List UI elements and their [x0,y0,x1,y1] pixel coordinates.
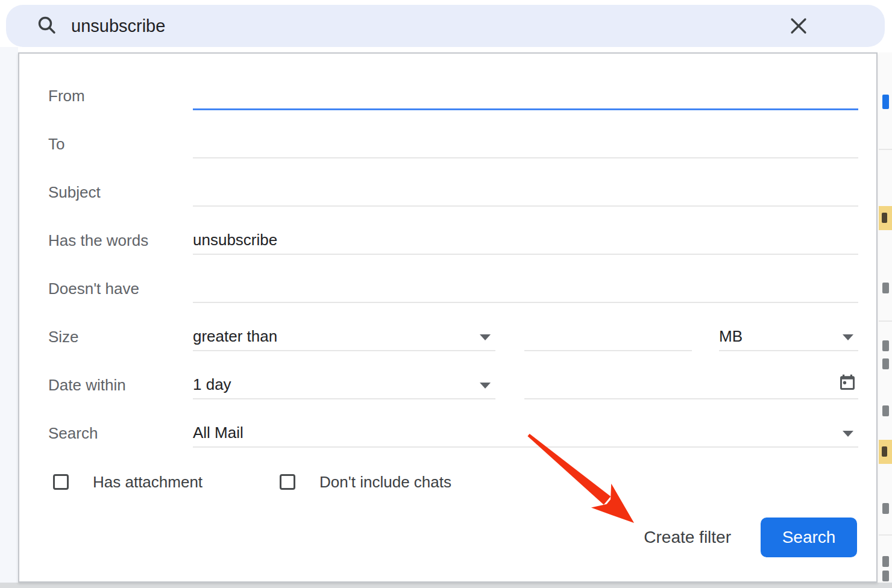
subject-row: Subject [48,168,858,216]
size-label: Size [48,328,193,346]
chevron-down-icon [843,431,853,437]
actions-row: Create filter Search [48,518,858,557]
calendar-icon[interactable] [838,373,857,395]
advanced-search-panel: From To Subject Has the words Doesn't ha… [18,52,878,583]
to-row: To [48,120,858,168]
size-operator-value: greater than [193,327,277,346]
background-divider [879,149,892,150]
background-page-strip [879,52,892,583]
from-row: From [48,72,858,120]
size-unit-select[interactable]: MB [719,322,858,351]
has-words-label: Has the words [48,231,193,250]
subject-input[interactable] [193,178,858,207]
background-page-fragment [882,95,889,109]
date-range-value: 1 day [193,375,231,394]
page-left-margin [0,47,18,588]
close-icon[interactable] [788,16,809,36]
date-range-select[interactable]: 1 day [193,371,495,399]
size-unit-value: MB [719,327,743,346]
options-row: Has attachment Don't include chats [48,465,858,499]
doesnt-have-row: Doesn't have [48,264,858,313]
search-button[interactable]: Search [761,518,857,557]
has-words-input[interactable] [193,226,858,255]
date-within-label: Date within [48,376,193,395]
search-scope-select[interactable]: All Mail [193,419,858,448]
background-page-fragment [882,571,889,581]
background-page-fragment [882,283,889,293]
search-scope-row: Search All Mail [48,409,858,457]
has-words-row: Has the words [48,216,858,264]
search-scope-value: All Mail [193,424,243,442]
background-divider [879,534,892,536]
dont-include-chats-label: Don't include chats [319,473,451,492]
search-input[interactable] [71,13,704,39]
background-highlight-badge [879,206,892,230]
to-input[interactable] [193,130,858,158]
background-highlight-badge [879,440,892,464]
size-amount-input[interactable] [524,322,692,351]
to-label: To [48,135,193,154]
chevron-down-icon [843,334,853,340]
size-operator-select[interactable]: greater than [193,322,495,351]
background-page-fragment [882,405,889,416]
date-within-row: Date within 1 day [48,361,858,409]
background-divider [879,321,892,322]
dont-include-chats-checkbox[interactable] [280,474,295,490]
chevron-down-icon [480,383,491,389]
background-page-fragment [882,340,889,351]
search-scope-label: Search [48,424,193,443]
subject-label: Subject [48,183,193,202]
from-label: From [48,87,193,105]
size-row: Size greater than MB [48,313,858,361]
background-page-fragment [882,358,889,369]
page-bottom-edge [0,583,892,588]
doesnt-have-input[interactable] [193,274,858,303]
doesnt-have-label: Doesn't have [48,280,193,298]
has-attachment-label: Has attachment [93,473,203,492]
has-attachment-checkbox[interactable] [53,474,69,490]
date-input[interactable] [524,371,858,399]
create-filter-button[interactable]: Create filter [644,528,731,547]
background-page-fragment [882,503,889,514]
search-bar[interactable] [6,5,885,47]
from-input[interactable] [193,81,858,110]
chevron-down-icon [480,334,491,340]
background-page-fragment [882,556,889,567]
search-icon [36,15,58,37]
